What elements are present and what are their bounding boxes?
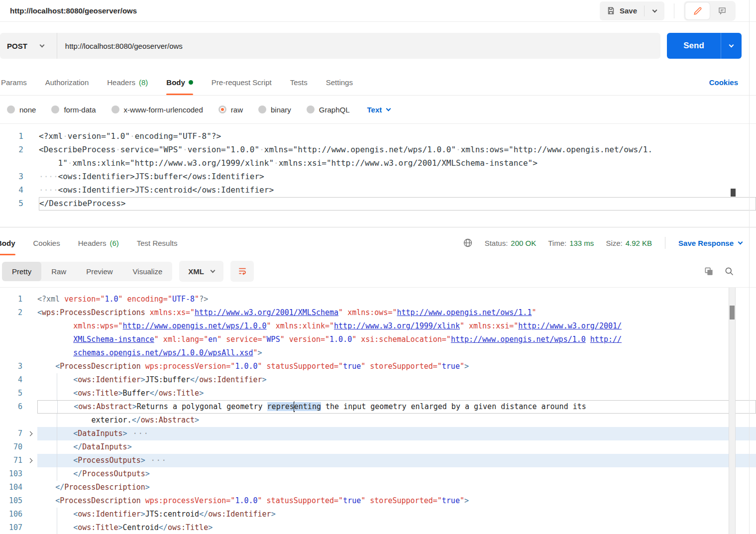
- request-tabs: ParamsAuthorizationHeaders(8)BodyPre-req…: [0, 70, 756, 96]
- code-row: 106 <ows:Identifier>JTS:centroid</ows:Id…: [0, 508, 756, 521]
- code-row: 1<?xml version="1.0" encoding="UTF-8"?>: [0, 293, 756, 306]
- line-number: 105: [0, 494, 22, 508]
- code-row: 7 <DataInputs> ···: [0, 427, 756, 440]
- send-options-button[interactable]: [721, 33, 742, 59]
- chevron-down-icon: [211, 268, 216, 273]
- code-line-text: exterior.</ows:Abstract>: [37, 414, 756, 427]
- line-number: [0, 414, 22, 427]
- tab-label: Pre-request Script: [212, 78, 272, 87]
- response-tab-headers[interactable]: Headers(6): [78, 230, 119, 255]
- tab-headers[interactable]: Headers(8): [107, 70, 148, 95]
- postman-window: http://localhost:8080/geoserver/ows Save: [0, 0, 756, 534]
- code-line-text: <ows:Abstract>Returns a polygonal geomet…: [37, 400, 756, 414]
- tab-label: Params: [1, 78, 27, 87]
- code-line-text: <?xml version="1.0" encoding="UTF-8"?>: [37, 293, 756, 306]
- code-row: 71 <ProcessOutputs> ···: [0, 454, 756, 467]
- code-line-text: </DescribeProcess>: [39, 197, 756, 211]
- save-options-button[interactable]: [645, 1, 664, 20]
- tab-tests[interactable]: Tests: [290, 70, 308, 95]
- copy-icon[interactable]: [704, 267, 714, 276]
- body-mode-x-www-form-urlencoded[interactable]: x-www-form-urlencoded: [111, 106, 203, 114]
- response-view-visualize[interactable]: Visualize: [123, 262, 173, 281]
- tab-body[interactable]: Body: [166, 70, 193, 95]
- divider: [665, 237, 665, 249]
- response-view-raw[interactable]: Raw: [41, 262, 76, 281]
- time-value: 133 ms: [569, 239, 594, 247]
- code-row: schemas.opengis.net/wps/1.0.0/wpsAll.xsd…: [0, 346, 756, 360]
- response-view-pretty[interactable]: Pretty: [2, 262, 41, 281]
- scrollbar-thumb[interactable]: [731, 189, 736, 197]
- size-badge: Size: 4.92 KB: [606, 239, 652, 247]
- mode-label: raw: [231, 106, 243, 114]
- fold-gutter: [22, 400, 37, 414]
- fold-gutter: [22, 414, 37, 427]
- fold-gutter: [22, 293, 37, 306]
- save-response-button[interactable]: Save Response: [678, 239, 742, 247]
- response-tab-test-results[interactable]: Test Results: [137, 230, 178, 255]
- tab-pre-request-script[interactable]: Pre-request Script: [212, 70, 272, 95]
- fold-gutter: [22, 346, 37, 360]
- line-number: [0, 320, 22, 333]
- edit-mode-button[interactable]: [685, 2, 710, 19]
- code-row: 3····<ows:Identifier>JTS:buffer</ows:Ide…: [0, 170, 756, 184]
- tab-settings[interactable]: Settings: [326, 70, 353, 95]
- code-line-text: </ProcessOutputs>: [37, 467, 756, 481]
- fold-gutter: [22, 427, 37, 440]
- time-label: Time:: [548, 239, 566, 247]
- radio-icon: [7, 106, 15, 113]
- cookies-link[interactable]: Cookies: [709, 78, 738, 87]
- raw-format-selector[interactable]: Text: [367, 106, 391, 114]
- line-number: 4: [0, 184, 23, 197]
- scrollbar-thumb[interactable]: [730, 306, 735, 320]
- response-view-preview[interactable]: Preview: [76, 262, 122, 281]
- search-icon[interactable]: [724, 266, 734, 276]
- line-number: 1: [0, 130, 23, 143]
- wrap-text-button[interactable]: [230, 261, 254, 282]
- scrollbar-track[interactable]: [729, 288, 736, 534]
- code-line-text: <?xml·version="1.0"·encoding="UTF-8"?>: [39, 130, 756, 143]
- code-line-text: <ows:Identifier>JTS:buffer</ows:Identifi…: [37, 373, 756, 387]
- code-row: 107 <ows:Title>Centroid</ows:Title>: [0, 521, 756, 534]
- code-row: 5 <ows:Title>Buffer</ows:Title>: [0, 387, 756, 400]
- body-mode-form-data[interactable]: form-data: [51, 106, 96, 114]
- save-button[interactable]: Save: [600, 1, 644, 20]
- response-format-selector[interactable]: XML: [179, 261, 223, 282]
- chevron-down-icon: [652, 7, 657, 12]
- line-number: 71: [0, 454, 22, 467]
- send-button[interactable]: Send: [667, 33, 721, 59]
- url-input[interactable]: http://localhost:8080/geoserver/ows: [57, 42, 183, 50]
- fold-arrow-icon[interactable]: [27, 431, 32, 436]
- line-number: [0, 333, 22, 346]
- response-tab-cookies[interactable]: Cookies: [33, 230, 60, 255]
- response-body-editor[interactable]: 1<?xml version="1.0" encoding="UTF-8"?>2…: [0, 287, 756, 534]
- radio-icon: [258, 106, 266, 113]
- chevron-down-icon: [39, 43, 44, 48]
- comments-button[interactable]: [710, 2, 734, 19]
- code-line-text: <ows:Title>Centroid</ows:Title>: [37, 521, 756, 534]
- pane-splitter[interactable]: [0, 227, 756, 230]
- tab-params[interactable]: Params: [1, 70, 27, 95]
- mode-label: binary: [271, 106, 291, 114]
- method-selector[interactable]: POST: [0, 42, 57, 50]
- request-body-editor[interactable]: 1<?xml·version="1.0"·encoding="UTF-8"?>2…: [0, 123, 756, 227]
- line-number: 70: [0, 440, 22, 454]
- body-mode-none[interactable]: none: [7, 106, 36, 114]
- body-mode-graphql[interactable]: GraphQL: [307, 106, 350, 114]
- radio-icon: [51, 106, 59, 113]
- chevron-down-icon: [729, 43, 734, 48]
- request-title: http://localhost:8080/geoserver/ows: [10, 6, 137, 15]
- response-status-group: Status: 200 OK Time: 133 ms Size: 4.92 K…: [463, 237, 742, 249]
- divider: [674, 3, 674, 18]
- code-row: 1"·xmlns:xlink="http://www.w3.org/1999/x…: [0, 157, 756, 170]
- body-mode-binary[interactable]: binary: [258, 106, 291, 114]
- tab-label: Body: [166, 78, 185, 87]
- body-mode-raw[interactable]: raw: [218, 106, 243, 114]
- tab-authorization[interactable]: Authorization: [45, 70, 89, 95]
- response-tab-body[interactable]: Body: [0, 230, 15, 255]
- fold-gutter: [22, 333, 37, 346]
- radio-icon: [307, 106, 315, 113]
- fold-arrow-icon[interactable]: [27, 458, 32, 463]
- code-row: 105 <ProcessDescription wps:processVersi…: [0, 494, 756, 508]
- code-row: 70 </DataInputs>: [0, 440, 756, 454]
- header-actions: Save: [600, 1, 736, 21]
